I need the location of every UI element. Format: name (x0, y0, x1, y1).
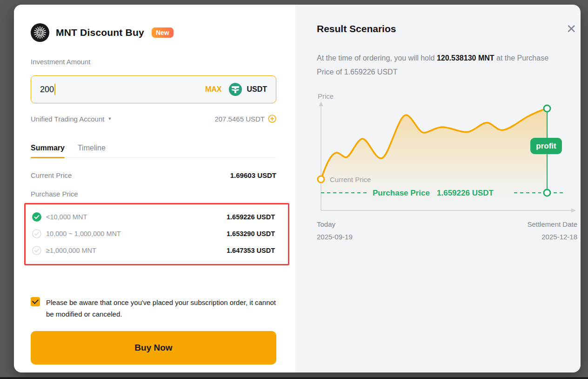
start-date-label: Today (317, 218, 353, 230)
tier-price: 1.653290 USDT (227, 230, 275, 237)
purchase-price-label: Purchase Price (31, 190, 276, 198)
modal-header: MNT Discount Buy New (31, 23, 276, 42)
chart-dates: Today 2025-09-19 Settlement Date 2025-12… (317, 218, 577, 243)
balance-value: 207.5465 USDT (214, 115, 265, 123)
end-date-col: Settlement Date 2025-12-18 (527, 218, 577, 243)
current-price-chart-label: Current Price (330, 176, 371, 183)
investment-amount-label: Investment Amount (31, 58, 276, 66)
settlement-point (544, 105, 550, 112)
text-cursor (54, 84, 55, 95)
purchase-line-label: Purchase Price (373, 189, 430, 197)
chevron-down-icon: ▼ (107, 116, 112, 121)
purchase-point (544, 190, 550, 196)
tab-timeline[interactable]: Timeline (78, 144, 106, 157)
end-date-label: Settlement Date (527, 218, 577, 230)
disclaimer-row: Please be aware that once you've placed … (31, 297, 276, 320)
account-row: Unified Trading Account ▼ 207.5465 USDT (31, 115, 276, 123)
summary-hold-amount: 120.538130 MNT (437, 54, 494, 62)
deposit-plus-icon[interactable] (268, 115, 276, 123)
investment-amount-input[interactable]: 200 MAX USDT (31, 75, 276, 103)
scenario-chart-svg: Price Purchase Price 1.659226 USDT (317, 91, 577, 213)
start-date-col: Today 2025-09-19 (317, 218, 353, 243)
tab-bar: Summary Timeline (31, 144, 276, 158)
tier-range: 10,000 ~ 1,000,000 MNT (46, 230, 121, 237)
scenario-chart: Price Purchase Price 1.659226 USDT (317, 91, 577, 243)
result-title: Result Scenarios (317, 23, 396, 34)
result-summary-text: At the time of ordering, you will hold 1… (317, 51, 567, 79)
disclaimer-checkbox[interactable] (31, 297, 40, 306)
close-icon[interactable]: ✕ (566, 24, 576, 34)
summary-prefix: At the time of ordering, you will hold (317, 54, 437, 62)
max-button[interactable]: MAX (205, 85, 222, 94)
screen-bottom-edge (0, 377, 588, 379)
current-price-row: Current Price 1.69603 USDT (31, 171, 276, 179)
price-area-fill (321, 108, 547, 209)
tether-icon (229, 83, 242, 96)
amount-value[interactable]: 200 (40, 85, 54, 95)
tab-summary[interactable]: Summary (31, 144, 65, 157)
balance-group: 207.5465 USDT (214, 115, 276, 123)
tier-range: <10,000 MNT (46, 213, 87, 221)
tier-annotation-box: <10,000 MNT 1.659226 USDT 10,000 ~ 1,000… (24, 203, 289, 265)
tier-row-3[interactable]: ≥1,000,000 MNT 1.647353 USDT (32, 242, 275, 259)
page-title: MNT Discount Buy (56, 27, 144, 38)
tier-price: 1.647353 USDT (227, 247, 275, 254)
account-selector[interactable]: Unified Trading Account ▼ (31, 115, 112, 123)
check-circle-unselected-icon (32, 246, 41, 255)
order-panel: MNT Discount Buy New Investment Amount 2… (14, 5, 295, 372)
check-circle-selected-icon (32, 212, 41, 222)
current-price-label: Current Price (31, 171, 72, 179)
y-axis-label: Price (318, 92, 334, 100)
discount-buy-modal: MNT Discount Buy New Investment Amount 2… (14, 5, 581, 372)
disclaimer-text: Please be aware that once you've placed … (46, 297, 276, 320)
tier-row-2[interactable]: 10,000 ~ 1,000,000 MNT 1.653290 USDT (32, 225, 275, 242)
tier-price: 1.659226 USDT (227, 213, 275, 221)
currency-label: USDT (247, 85, 267, 94)
result-header: Result Scenarios ✕ (317, 23, 577, 34)
tier-range: ≥1,000,000 MNT (46, 247, 96, 254)
current-price-value: 1.69603 USDT (230, 171, 276, 179)
mnt-logo-icon (31, 23, 49, 42)
purchase-line-value: 1.659226 USDT (437, 189, 494, 197)
start-date-value: 2025-09-19 (317, 230, 353, 243)
end-date-value: 2025-12-18 (527, 230, 577, 243)
account-name: Unified Trading Account (31, 115, 104, 123)
profit-badge-label: profit (536, 142, 556, 150)
new-badge: New (152, 27, 174, 38)
check-circle-unselected-icon (32, 229, 41, 238)
buy-now-button[interactable]: Buy Now (31, 331, 276, 365)
tier-row-1[interactable]: <10,000 MNT 1.659226 USDT (32, 209, 275, 225)
result-scenarios-panel: Result Scenarios ✕ At the time of orderi… (295, 5, 581, 372)
